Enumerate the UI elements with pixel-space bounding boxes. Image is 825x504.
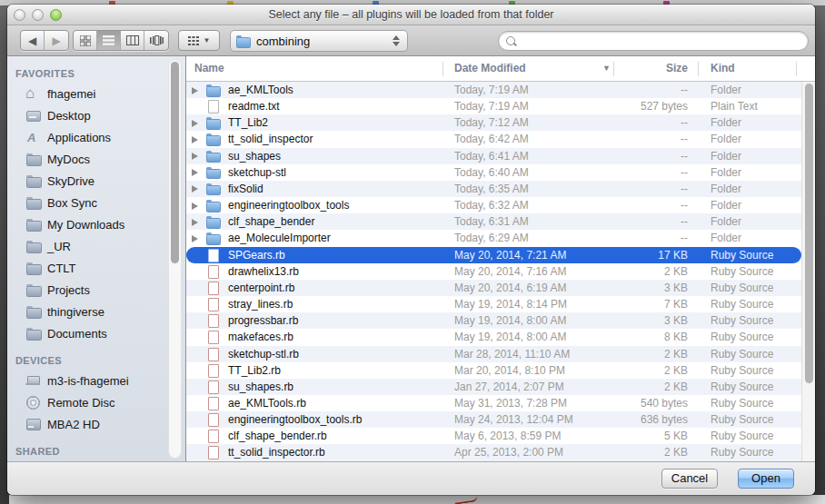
file-row-makefaces-rb[interactable]: rbmakefaces.rbMay 19, 2014, 8:00 AM8 KBR… <box>186 329 801 345</box>
sidebar-item-my-downloads[interactable]: My Downloads <box>7 213 185 235</box>
file-row-su-shapes-rb[interactable]: rbsu_shapes.rbJan 27, 2014, 2:07 PM2 KBR… <box>186 379 801 395</box>
file-row-tt-lib2[interactable]: TT_Lib2Today, 7:12 AM--Folder <box>186 114 801 131</box>
column-header-size[interactable]: Size <box>595 56 688 81</box>
column-header-date-modified[interactable]: Date Modified <box>454 56 526 81</box>
file-date-modified: Today, 6:31 AM <box>454 213 529 230</box>
icon-view-icon <box>80 35 91 46</box>
column-divider[interactable] <box>613 62 614 76</box>
sidebar-item-label: m3-is-fhagemei <box>47 374 129 388</box>
action-menu-button[interactable]: ▼ <box>178 30 220 51</box>
file-row-spgears-rb[interactable]: rbSPGears.rbMay 20, 2014, 7:21 AM17 KBRu… <box>186 247 801 263</box>
forward-button[interactable]: ▶ <box>45 31 68 50</box>
file-name: su_shapes.rb <box>228 379 293 395</box>
sidebar-item-documents[interactable]: Documents <box>7 322 185 344</box>
file-kind: Ruby Source <box>711 428 773 444</box>
file-name: TT_Lib2.rb <box>228 362 281 379</box>
sidebar-item-skydrive[interactable]: SkyDrive <box>7 170 185 192</box>
file-kind: Ruby Source <box>711 379 773 395</box>
sidebar-item-fhagemei[interactable]: fhagemei <box>7 83 185 104</box>
zoom-button[interactable] <box>50 9 62 21</box>
ruby-file-icon: rb <box>206 265 221 278</box>
file-date-modified: Today, 6:35 AM <box>454 181 529 197</box>
sidebar-item-ur[interactable]: _UR <box>7 235 185 257</box>
toolbar: ◀ ▶ <box>7 25 815 56</box>
file-name: engineeringtoolbox_tools.rb <box>228 411 362 428</box>
file-row-ae-kmltools-rb[interactable]: rbae_KMLTools.rbMay 31, 2013, 7:28 PM540… <box>186 395 801 411</box>
file-kind: Folder <box>711 131 741 147</box>
sidebar-scrollbar-thumb[interactable] <box>171 62 179 263</box>
file-row-engineeringtoolbox-tools[interactable]: engineeringtoolbox_toolsToday, 6:32 AM--… <box>186 197 801 213</box>
ruby-file-icon: rb <box>206 249 221 262</box>
cancel-button[interactable]: Cancel <box>661 469 718 489</box>
file-size: -- <box>595 114 688 131</box>
file-name: clf_shape_bender <box>228 213 314 230</box>
file-kind: Ruby Source <box>711 329 773 345</box>
list-scrollbar[interactable] <box>801 82 815 461</box>
ruby-file-icon: rb <box>206 282 221 294</box>
folder-icon <box>25 327 41 341</box>
file-row-sketchup-stl[interactable]: sketchup-stlToday, 6:40 AM--Folder <box>186 164 801 181</box>
sidebar-item-mydocs[interactable]: MyDocs <box>7 148 185 170</box>
column-divider[interactable] <box>796 62 797 76</box>
file-row-fixsolid[interactable]: fixSolidToday, 6:35 AM--Folder <box>186 181 801 197</box>
sidebar-item-box-sync[interactable]: Box Sync <box>7 192 185 213</box>
file-row-ae-moleculeimporter[interactable]: ae_MoleculeImporterToday, 6:29 AM--Folde… <box>186 230 801 246</box>
column-view-button[interactable] <box>121 31 144 50</box>
sidebar-item-label: thingiverse <box>47 305 104 319</box>
list-view-button[interactable] <box>97 31 121 50</box>
list-scrollbar-thumb[interactable] <box>805 84 813 383</box>
close-button[interactable] <box>14 9 25 21</box>
file-row-tt-solid-inspector-rb[interactable]: rbtt_solid_inspector.rbApr 25, 2013, 2:0… <box>186 444 801 460</box>
column-divider[interactable] <box>698 62 699 76</box>
file-date-modified: May 19, 2014, 8:00 AM <box>454 329 566 345</box>
search-input[interactable] <box>517 33 808 49</box>
ruby-file-label: rb <box>207 384 220 396</box>
column-divider[interactable] <box>442 62 443 76</box>
dialog-footer: Cancel Open <box>7 461 815 495</box>
sidebar-item-applications[interactable]: Applications <box>7 126 185 148</box>
sidebar-item-ctlt[interactable]: CTLT <box>7 257 185 279</box>
file-row-ae-kmltools[interactable]: ae_KMLToolsToday, 7:19 AM--Folder <box>186 82 801 98</box>
view-segmented-control <box>73 30 169 51</box>
coverflow-view-button[interactable] <box>144 31 168 50</box>
sidebar-item-mba2-hd[interactable]: MBA2 HD <box>7 413 185 435</box>
file-row-readme-txt[interactable]: readme.txtToday, 7:19 AM527 bytesPlain T… <box>186 98 801 114</box>
file-kind: Ruby Source <box>711 247 773 263</box>
file-row-tt-lib2-rb[interactable]: rbTT_Lib2.rbMar 20, 2014, 8:10 PM2 KBRub… <box>186 362 801 379</box>
icon-view-button[interactable] <box>74 31 97 50</box>
file-row-centerpoint-rb[interactable]: rbcenterpoint.rbMay 20, 2014, 6:19 AM3 K… <box>186 280 801 296</box>
column-header-name[interactable]: Name <box>194 56 224 81</box>
file-size: 5 KB <box>595 428 688 444</box>
file-size: 540 bytes <box>595 395 688 411</box>
sidebar-item-desktop[interactable]: Desktop <box>7 104 185 126</box>
sidebar-item-label: My Downloads <box>47 218 124 232</box>
file-row-clf-shape-bender[interactable]: clf_shape_benderToday, 6:31 AM--Folder <box>186 213 801 230</box>
sidebar-item-m3-is-fhagemei[interactable]: m3-is-fhagemei <box>7 370 185 391</box>
ruby-file-label: rb <box>207 318 220 330</box>
file-row-sketchup-stl-rb[interactable]: rbsketchup-stl.rbMar 28, 2014, 11:10 AM2… <box>186 346 801 362</box>
file-name: engineeringtoolbox_tools <box>228 197 349 213</box>
file-size: 2 KB <box>595 263 688 280</box>
file-row-stray-lines-rb[interactable]: rbstray_lines.rbMay 19, 2014, 8:14 PM7 K… <box>186 296 801 312</box>
sidebar-item-projects[interactable]: Projects <box>7 279 185 301</box>
folder-select-dropdown[interactable]: combining <box>230 30 408 52</box>
file-row-tt-solid-inspector[interactable]: tt_solid_inspectorToday, 6:42 AM--Folder <box>186 131 801 147</box>
file-row-engineeringtoolbox-tools-rb[interactable]: rbengineeringtoolbox_tools.rbMay 24, 201… <box>186 411 801 428</box>
sidebar-item-label: Documents <box>47 327 107 341</box>
sidebar-item-remote-disc[interactable]: Remote Disc <box>7 391 185 413</box>
sidebar-item-thingiverse[interactable]: thingiverse <box>7 301 185 322</box>
file-row-clf-shape-bender-rb[interactable]: rbclf_shape_bender.rbMay 6, 2013, 8:59 P… <box>186 428 801 444</box>
search-icon <box>505 35 517 47</box>
minimize-button[interactable] <box>32 9 44 21</box>
open-button[interactable]: Open <box>738 469 794 489</box>
file-date-modified: Today, 6:40 AM <box>454 164 529 181</box>
column-header-kind[interactable]: Kind <box>711 56 735 81</box>
back-button[interactable]: ◀ <box>21 31 45 50</box>
file-row-drawhelix13-rb[interactable]: rbdrawhelix13.rbMay 20, 2014, 7:16 AM2 K… <box>186 263 801 280</box>
sidebar-scrollbar[interactable] <box>168 59 182 459</box>
file-row-su-shapes[interactable]: su_shapesToday, 6:41 AM--Folder <box>186 148 801 164</box>
file-row-progressbar-rb[interactable]: rbprogressbar.rbMay 19, 2014, 8:00 AM3 K… <box>186 312 801 329</box>
file-name: fixSolid <box>228 181 263 197</box>
file-kind: Folder <box>711 164 741 181</box>
sidebar: FAVORITESfhagemeiDesktopApplicationsMyDo… <box>7 56 186 461</box>
